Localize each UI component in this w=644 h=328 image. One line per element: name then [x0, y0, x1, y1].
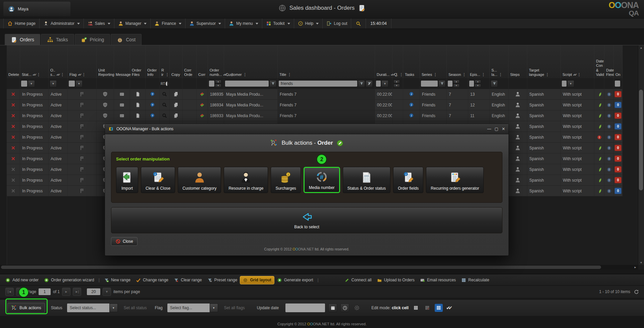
dialog-titlebar[interactable]: OOONA Manager - Bulk actions — ▢ ✕	[105, 124, 508, 134]
delete-button[interactable]	[7, 132, 20, 142]
question-icon[interactable]: ?	[150, 113, 155, 119]
calendar-button[interactable]	[328, 303, 337, 312]
infoicon-icon[interactable]: i	[409, 91, 414, 97]
user-tab[interactable]: Maya	[3, 2, 70, 16]
delete-button[interactable]	[7, 143, 20, 153]
toolbar-change-range[interactable]: Change range	[133, 276, 171, 284]
column-header-episode[interactable]: Epis...⋮	[468, 45, 490, 78]
x-red-icon[interactable]	[11, 124, 16, 129]
column-header-info[interactable]: Order Info	[146, 45, 160, 78]
menu-item-log-out[interactable]: Log out	[323, 18, 351, 29]
column-header-flex[interactable]: Date Flexi	[604, 45, 614, 78]
scroll-down-icon[interactable]: ▼	[638, 260, 644, 265]
column-header-tasks[interactable]: Tasks	[403, 45, 420, 78]
filter-input[interactable]	[21, 81, 27, 87]
x-gray-icon[interactable]	[11, 188, 16, 193]
spin-up-icon[interactable]: ▲	[215, 80, 221, 84]
question-icon[interactable]: ?	[150, 91, 155, 97]
filter-funnel-icon[interactable]	[269, 80, 276, 87]
action-recurring-orders-generator[interactable]: Recurring orders generator	[426, 167, 484, 193]
per-page-dropdown-icon[interactable]: ▼	[103, 288, 111, 296]
magnifier-icon[interactable]	[162, 91, 167, 97]
scroll-right-icon[interactable]: ►	[633, 265, 638, 270]
action-surcharges[interactable]: $Surcharges	[271, 167, 301, 193]
title-funnel-clear-icon[interactable]	[366, 80, 373, 87]
question-icon[interactable]: ?	[150, 102, 155, 108]
last-page-button[interactable]: ►|	[73, 288, 81, 296]
update-date-input[interactable]	[285, 303, 325, 312]
toolbar-email-resources[interactable]: Email resources	[417, 276, 459, 284]
column-header-corrorde[interactable]: Corr Orde	[182, 45, 197, 78]
filter-dropdown-icon[interactable]: ▼	[50, 80, 57, 87]
filter-input[interactable]	[562, 81, 567, 87]
menu-item-help[interactable]: ?Help	[294, 18, 323, 29]
menu-item-supervisor[interactable]: Supervisor	[185, 18, 225, 29]
action-status-order-status[interactable]: Status & Order status	[343, 167, 391, 193]
column-header-del[interactable]: Delete	[7, 45, 20, 78]
column-menu-icon[interactable]: ⋮	[499, 73, 502, 77]
menu-item-manager[interactable]: Manager	[114, 18, 151, 29]
action-resource-in-charge[interactable]: Resource in charge	[224, 167, 268, 193]
arrows-icon[interactable]	[199, 113, 205, 119]
search-button[interactable]	[351, 18, 366, 29]
column-header-flag[interactable]: Flag✔✔⋮	[68, 45, 97, 78]
column-header-customer[interactable]: Customer⋮	[224, 45, 278, 78]
column-menu-icon[interactable]: ⋮	[399, 73, 403, 77]
page-number-input[interactable]: 1	[39, 288, 51, 295]
column-header-series[interactable]: Series⋮	[420, 45, 447, 78]
tab-orders[interactable]: Orders	[5, 34, 40, 45]
vertical-scrollbar[interactable]: ▲ ▼	[638, 45, 644, 265]
column-header-season[interactable]: Season⋮	[447, 45, 468, 78]
apply-all-icon[interactable]: ✔✔	[446, 305, 450, 311]
x-gray-icon[interactable]	[11, 178, 16, 183]
horizontal-scroll-thumb[interactable]	[1, 266, 601, 269]
filter-input[interactable]	[448, 81, 452, 87]
minimize-icon[interactable]: —	[487, 127, 491, 131]
spin-down-icon[interactable]: ▼	[453, 84, 460, 88]
dialog-close-button[interactable]: Close	[111, 237, 138, 246]
column-header-title[interactable]: Title⋮	[278, 45, 375, 78]
per-page-value[interactable]: 20	[87, 288, 100, 295]
edit-pencil-icon[interactable]	[336, 140, 343, 147]
status-dropdown-arrow-icon[interactable]: ▼	[109, 303, 118, 312]
delete-button[interactable]	[7, 100, 20, 110]
arrows-icon[interactable]	[199, 102, 205, 108]
menu-item-sales[interactable]: Sales	[84, 18, 114, 29]
column-header-q[interactable]: Q.⋮	[392, 45, 403, 78]
column-menu-icon[interactable]: ⋮	[243, 73, 247, 77]
tab-pricing[interactable]: Pricing	[75, 34, 110, 45]
filter-dropdown-icon[interactable]: ▼	[567, 80, 574, 87]
toolbar-grid-layout[interactable]: Grid layout	[240, 276, 274, 284]
tab-cost[interactable]: $Cost	[111, 34, 142, 45]
status-dropdown[interactable]: Select status... ▼	[67, 303, 118, 312]
filter-dropdown-icon[interactable]: ▼	[28, 80, 35, 87]
x-red-icon[interactable]	[11, 113, 16, 118]
menu-item-toolkit[interactable]: Toolkit	[262, 18, 294, 29]
delete-button[interactable]	[7, 175, 20, 185]
table-row[interactable]: In ProgressActive1·0?186934Maya Media Pr…	[7, 100, 623, 110]
column-menu-icon[interactable]: ⋮	[482, 73, 485, 77]
column-header-unit[interactable]: Unit Reporting	[97, 45, 114, 78]
infoicon-icon[interactable]: i	[409, 102, 414, 108]
menu-item-my-menu[interactable]: My menu	[225, 18, 262, 29]
copydoc-icon[interactable]	[173, 113, 179, 119]
refresh-icon[interactable]	[634, 289, 639, 295]
notes-icon[interactable]	[358, 4, 365, 12]
menu-item-administrator[interactable]: Administrator	[40, 18, 84, 29]
x-red-icon[interactable]	[11, 156, 16, 161]
infoicon-icon[interactable]: i	[409, 113, 414, 119]
grid-cell-edit-button[interactable]	[435, 304, 443, 312]
column-header-lang[interactable]: S... la...⋮	[490, 45, 508, 78]
vertical-scroll-thumb[interactable]	[639, 90, 643, 190]
toolbar-clear-range[interactable]: Clear range	[171, 276, 205, 284]
copydoc-icon[interactable]	[173, 102, 179, 108]
x-gray-icon[interactable]	[11, 167, 16, 172]
menu-item-finance[interactable]: Finance	[151, 18, 185, 29]
table-row[interactable]: In ProgressActive1·0?186933Maya Media Pr…	[7, 110, 623, 121]
filter-input[interactable]	[225, 81, 269, 87]
column-header-target[interactable]: Target language⋮	[527, 45, 561, 78]
toolbar-generate-export[interactable]: Generate export	[274, 276, 316, 284]
column-menu-icon[interactable]: ⋮	[60, 73, 64, 77]
scroll-up-icon[interactable]: ▲	[638, 45, 644, 50]
x-red-icon[interactable]	[11, 135, 16, 140]
